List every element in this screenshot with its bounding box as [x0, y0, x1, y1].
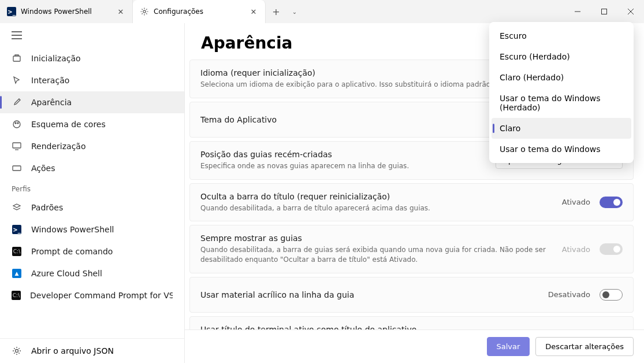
profiles-header: Perfis	[0, 179, 184, 197]
powershell-icon: >_	[12, 224, 22, 235]
sidebar-profile-devcmd[interactable]: C:\ Developer Command Prompt for VS 2022	[0, 284, 184, 306]
sidebar-item-appearance[interactable]: Aparência	[0, 91, 184, 113]
sidebar-item-label: Interação	[31, 76, 69, 85]
tab-dropdown-button[interactable]: ⌄	[286, 0, 303, 23]
window-close-button[interactable]	[617, 0, 644, 23]
layers-icon	[12, 202, 22, 213]
always-show-tabs-toggle	[600, 243, 623, 255]
setting-title: Usar título do terminal ativo como títul…	[200, 325, 553, 329]
sidebar-profile-defaults[interactable]: Padrões	[0, 197, 184, 218]
open-json-button[interactable]: Abrir o arquivo JSON	[0, 338, 184, 363]
powershell-icon: >_	[7, 7, 16, 16]
cursor-icon	[12, 75, 22, 86]
tab-label: Configurações	[154, 8, 244, 16]
palette-icon	[12, 119, 22, 129]
sidebar-item-colorschemes[interactable]: Esquema de cores	[0, 113, 184, 135]
setting-desc: Especifica onde as novas guias aparecem …	[200, 161, 486, 171]
close-icon[interactable]: ✕	[116, 7, 125, 16]
sidebar-item-label: Developer Command Prompt for VS 2022	[30, 291, 173, 300]
svg-rect-2	[602, 9, 607, 14]
sidebar: Inicialização Interação Aparência Esquem…	[0, 23, 185, 363]
svg-point-17	[16, 350, 18, 353]
theme-option-windows[interactable]: Usar o tema do Windows	[492, 139, 631, 160]
discard-button[interactable]: Descartar alterações	[535, 337, 634, 356]
sidebar-item-label: Aparência	[31, 98, 72, 107]
minimize-button[interactable]	[564, 0, 591, 23]
svg-point-9	[13, 121, 20, 128]
sidebar-item-label: Ações	[31, 164, 55, 173]
setting-active-title[interactable]: Usar título do terminal ativo como títul…	[189, 316, 634, 329]
acrylic-toggle[interactable]	[600, 289, 623, 301]
svg-rect-8	[13, 56, 20, 61]
sidebar-item-label: Prompt de comando	[31, 247, 113, 256]
svg-point-0	[143, 10, 146, 13]
theme-option-light[interactable]: Claro	[492, 118, 631, 139]
sidebar-item-label: Inicialização	[31, 54, 81, 63]
cmd-icon: C:\	[12, 290, 21, 301]
sidebar-item-actions[interactable]: Ações	[0, 157, 184, 179]
sidebar-item-rendering[interactable]: Renderização	[0, 135, 184, 157]
cmd-icon: C:\	[12, 246, 22, 257]
setting-acrylic[interactable]: Usar material acrílico na linha da guia …	[189, 277, 634, 313]
tab-label: Windows PowerShell	[21, 8, 111, 16]
rocket-icon	[12, 53, 22, 64]
toggle-state: Desativado	[548, 290, 590, 299]
hamburger-button[interactable]	[0, 23, 184, 47]
sidebar-item-label: Renderização	[31, 142, 86, 151]
theme-option-windows-legacy[interactable]: Usar o tema do Windows (Herdado)	[492, 88, 631, 118]
setting-always-show-tabs: Sempre mostrar as guias Quando desabilit…	[189, 225, 634, 273]
svg-point-11	[17, 123, 18, 124]
sidebar-item-interaction[interactable]: Interação	[0, 69, 184, 91]
sidebar-item-label: Azure Cloud Shell	[31, 269, 102, 278]
svg-point-10	[15, 123, 16, 124]
sidebar-item-label: Padrões	[31, 203, 63, 212]
setting-desc: Quando desabilitada, a barra de guias se…	[200, 245, 553, 265]
toggle-state: Ativado	[562, 245, 590, 254]
setting-title: Usar material acrílico na linha da guia	[200, 290, 539, 299]
setting-hide-titlebar[interactable]: Oculta a barra do título (requer reinici…	[189, 183, 634, 222]
hide-titlebar-toggle[interactable]	[600, 197, 623, 208]
tab-powershell[interactable]: >_ Windows PowerShell ✕	[0, 0, 133, 23]
theme-dropdown-flyout: Escuro Escuro (Herdado) Claro (Herdado) …	[489, 22, 634, 163]
svg-rect-14	[13, 166, 21, 171]
sidebar-profile-azure[interactable]: ▲ Azure Cloud Shell	[0, 262, 184, 284]
setting-title: Sempre mostrar as guias	[200, 234, 553, 243]
save-button[interactable]: Salvar	[487, 337, 530, 356]
keyboard-icon	[12, 163, 22, 173]
theme-option-dark-legacy[interactable]: Escuro (Herdado)	[492, 46, 631, 67]
sidebar-profile-powershell[interactable]: >_ Windows PowerShell	[0, 218, 184, 240]
toggle-state: Ativado	[562, 198, 590, 206]
title-bar: >_ Windows PowerShell ✕ Configurações ✕ …	[0, 0, 644, 23]
setting-title: Oculta a barra do título (requer reinici…	[200, 192, 553, 201]
brush-icon	[12, 97, 22, 108]
svg-rect-12	[13, 143, 21, 148]
tab-settings[interactable]: Configurações ✕	[133, 0, 266, 23]
theme-option-light-legacy[interactable]: Claro (Herdado)	[492, 67, 631, 88]
gear-icon	[140, 7, 149, 16]
maximize-button[interactable]	[591, 0, 617, 23]
open-json-label: Abrir o arquivo JSON	[31, 346, 114, 355]
setting-desc: Quando desabilitada, a barra de título a…	[200, 203, 553, 213]
sidebar-profile-cmd[interactable]: C:\ Prompt de comando	[0, 240, 184, 262]
sidebar-item-startup[interactable]: Inicialização	[0, 47, 184, 69]
new-tab-button[interactable]: +	[266, 0, 286, 23]
setting-title: Posição das guias recém-criadas	[200, 150, 486, 159]
monitor-icon	[12, 141, 22, 151]
sidebar-item-label: Esquema de cores	[31, 120, 106, 129]
azure-icon: ▲	[12, 268, 22, 279]
footer-bar: Salvar Descartar alterações	[185, 329, 644, 363]
gear-icon	[12, 346, 22, 356]
sidebar-item-label: Windows PowerShell	[31, 225, 114, 234]
theme-option-dark[interactable]: Escuro	[492, 25, 631, 46]
close-icon[interactable]: ✕	[249, 7, 258, 16]
